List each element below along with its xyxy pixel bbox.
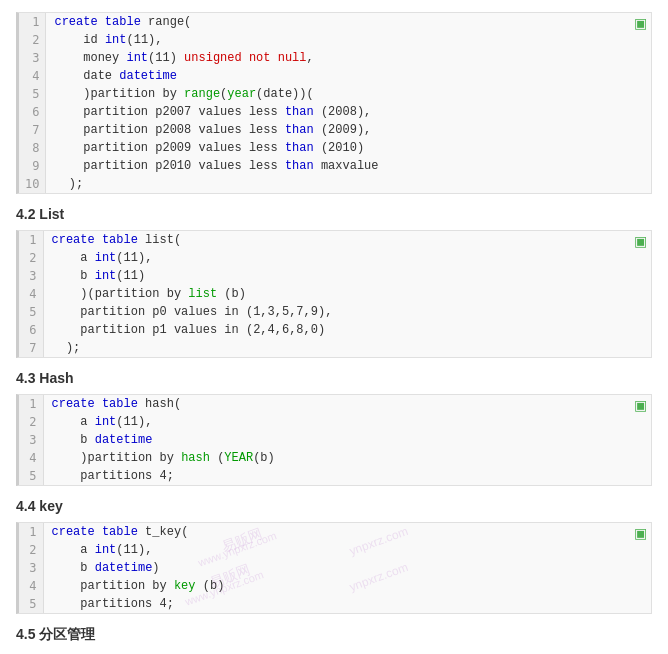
code-row: 5 partitions 4; bbox=[19, 467, 651, 485]
line-number: 5 bbox=[19, 467, 43, 485]
line-number: 7 bbox=[19, 121, 46, 139]
code-line: a int(11), bbox=[43, 413, 651, 431]
code-row: 2 a int(11), bbox=[19, 249, 651, 267]
line-number: 4 bbox=[19, 285, 43, 303]
code-row: 3 b int(11) bbox=[19, 267, 651, 285]
code-line: partition p1 values in (2,4,6,8,0) bbox=[43, 321, 651, 339]
code-line: partition p0 values in (1,3,5,7,9), bbox=[43, 303, 651, 321]
code-line: a int(11), bbox=[43, 541, 651, 559]
code-line: create table range( bbox=[46, 13, 651, 31]
code-line: money int(11) unsigned not null, bbox=[46, 49, 651, 67]
code-row: 2 a int(11), bbox=[19, 541, 651, 559]
code-row: 1 create table range( bbox=[19, 13, 651, 31]
code-block-hash: ▣ 1 create table hash( 2 a int(11), 3 b … bbox=[16, 394, 652, 486]
line-number: 9 bbox=[19, 157, 46, 175]
line-number: 1 bbox=[19, 523, 43, 541]
code-row: 4 date datetime bbox=[19, 67, 651, 85]
copy-icon-hash[interactable]: ▣ bbox=[634, 397, 647, 413]
code-block-key: 易贩网 ynpxrz.com www.ynpxrz.com 易贩网 ynpxrz… bbox=[16, 522, 652, 614]
code-line: id int(11), bbox=[46, 31, 651, 49]
heading-42: 4.2 List bbox=[16, 206, 652, 222]
code-row: 8 partition p2009 values less than (2010… bbox=[19, 139, 651, 157]
line-number: 3 bbox=[19, 267, 43, 285]
code-row: 3 money int(11) unsigned not null, bbox=[19, 49, 651, 67]
code-line: create table list( bbox=[43, 231, 651, 249]
code-row: 3 b datetime bbox=[19, 431, 651, 449]
code-line: )partition by hash (YEAR(b) bbox=[43, 449, 651, 467]
code-line: partitions 4; bbox=[43, 467, 651, 485]
line-number: 4 bbox=[19, 577, 43, 595]
code-row: 1 create table t_key( bbox=[19, 523, 651, 541]
code-row: 5 partitions 4; bbox=[19, 595, 651, 613]
code-row: 2 a int(11), bbox=[19, 413, 651, 431]
code-line: b datetime) bbox=[43, 559, 651, 577]
line-number: 5 bbox=[19, 85, 46, 103]
code-line: create table t_key( bbox=[43, 523, 651, 541]
line-number: 8 bbox=[19, 139, 46, 157]
code-block-list: ▣ 1 create table list( 2 a int(11), 3 b … bbox=[16, 230, 652, 358]
line-number: 1 bbox=[19, 231, 43, 249]
copy-icon-range[interactable]: ▣ bbox=[634, 15, 647, 31]
code-line: b datetime bbox=[43, 431, 651, 449]
line-number: 5 bbox=[19, 303, 43, 321]
line-number: 2 bbox=[19, 413, 43, 431]
copy-icon-key[interactable]: ▣ bbox=[634, 525, 647, 541]
line-number: 4 bbox=[19, 449, 43, 467]
heading-43: 4.3 Hash bbox=[16, 370, 652, 386]
code-block-range: ▣ 1 create table range( 2 id int(11), 3 … bbox=[16, 12, 652, 194]
code-row: 1 create table hash( bbox=[19, 395, 651, 413]
heading-44: 4.4 key bbox=[16, 498, 652, 514]
code-line: )partition by range(year(date))( bbox=[46, 85, 651, 103]
code-line: date datetime bbox=[46, 67, 651, 85]
code-row: 7 ); bbox=[19, 339, 651, 357]
code-row: 6 partition p1 values in (2,4,6,8,0) bbox=[19, 321, 651, 339]
code-line: )(partition by list (b) bbox=[43, 285, 651, 303]
code-line: create table hash( bbox=[43, 395, 651, 413]
line-number: 2 bbox=[19, 31, 46, 49]
code-line: ); bbox=[43, 339, 651, 357]
heading-45: 4.5 分区管理 bbox=[16, 626, 652, 644]
line-number: 1 bbox=[19, 13, 46, 31]
code-line: partition p2009 values less than (2010) bbox=[46, 139, 651, 157]
code-row: 9 partition p2010 values less than maxva… bbox=[19, 157, 651, 175]
code-line: partition by key (b) bbox=[43, 577, 651, 595]
line-number: 3 bbox=[19, 49, 46, 67]
code-row: 5 partition p0 values in (1,3,5,7,9), bbox=[19, 303, 651, 321]
line-number: 5 bbox=[19, 595, 43, 613]
code-line: ); bbox=[46, 175, 651, 193]
line-number: 3 bbox=[19, 559, 43, 577]
code-line: partitions 4; bbox=[43, 595, 651, 613]
code-line: b int(11) bbox=[43, 267, 651, 285]
line-number: 4 bbox=[19, 67, 46, 85]
code-row: 5 )partition by range(year(date))( bbox=[19, 85, 651, 103]
code-row: 3 b datetime) bbox=[19, 559, 651, 577]
code-row: 6 partition p2007 values less than (2008… bbox=[19, 103, 651, 121]
line-number: 2 bbox=[19, 541, 43, 559]
line-number: 3 bbox=[19, 431, 43, 449]
code-row: 4 )(partition by list (b) bbox=[19, 285, 651, 303]
code-line: partition p2008 values less than (2009), bbox=[46, 121, 651, 139]
code-line: a int(11), bbox=[43, 249, 651, 267]
page-content: ▣ 1 create table range( 2 id int(11), 3 … bbox=[0, 0, 668, 654]
code-row: 4 partition by key (b) bbox=[19, 577, 651, 595]
code-row: 1 create table list( bbox=[19, 231, 651, 249]
code-row: 10 ); bbox=[19, 175, 651, 193]
line-number: 2 bbox=[19, 249, 43, 267]
copy-icon-list[interactable]: ▣ bbox=[634, 233, 647, 249]
line-number: 6 bbox=[19, 321, 43, 339]
code-row: 7 partition p2008 values less than (2009… bbox=[19, 121, 651, 139]
line-number: 10 bbox=[19, 175, 46, 193]
line-number: 1 bbox=[19, 395, 43, 413]
code-row: 4 )partition by hash (YEAR(b) bbox=[19, 449, 651, 467]
code-row: 2 id int(11), bbox=[19, 31, 651, 49]
line-number: 6 bbox=[19, 103, 46, 121]
code-line: partition p2007 values less than (2008), bbox=[46, 103, 651, 121]
line-number: 7 bbox=[19, 339, 43, 357]
code-line: partition p2010 values less than maxvalu… bbox=[46, 157, 651, 175]
